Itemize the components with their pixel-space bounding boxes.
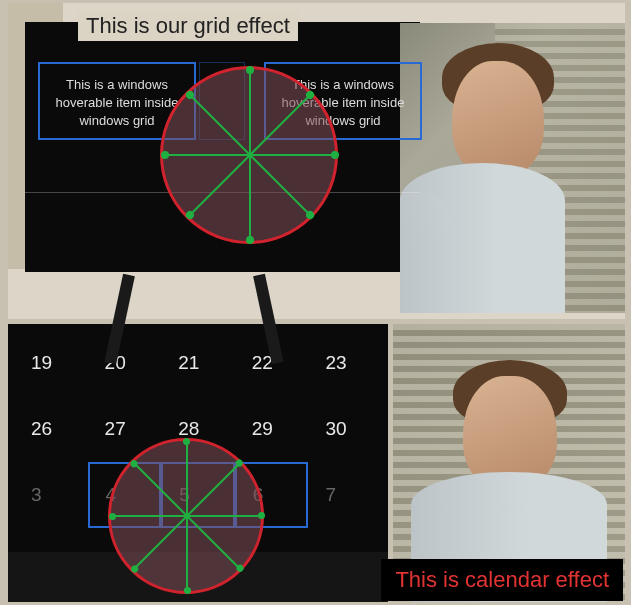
- calendar-day[interactable]: 26: [14, 396, 88, 462]
- reveal-cursor-icon: [160, 66, 338, 244]
- calendar-day-next-month[interactable]: 7: [308, 462, 382, 528]
- calendar-day[interactable]: 20: [88, 330, 162, 396]
- reveal-cursor-icon: [108, 438, 264, 594]
- grid-item-text: This is a windows hoverable item inside …: [56, 77, 179, 128]
- bottom-caption: This is calendar effect: [381, 559, 623, 601]
- calendar-day[interactable]: 29: [235, 396, 309, 462]
- calendar-day-next-month[interactable]: 3: [14, 462, 88, 528]
- calendar-day[interactable]: 19: [14, 330, 88, 396]
- bottom-panel-calendar: 19 20 21 22 23 26 27 28 29 30 3 4 5 6 7: [8, 324, 388, 602]
- calendar-day[interactable]: 30: [308, 396, 382, 462]
- head: [452, 61, 544, 179]
- meme-container: This is our grid effect This is a window…: [0, 0, 631, 605]
- top-title: This is our grid effect: [78, 11, 298, 41]
- person-pointing: [400, 23, 625, 313]
- calendar-day[interactable]: 23: [308, 330, 382, 396]
- calendar-day[interactable]: 21: [161, 330, 235, 396]
